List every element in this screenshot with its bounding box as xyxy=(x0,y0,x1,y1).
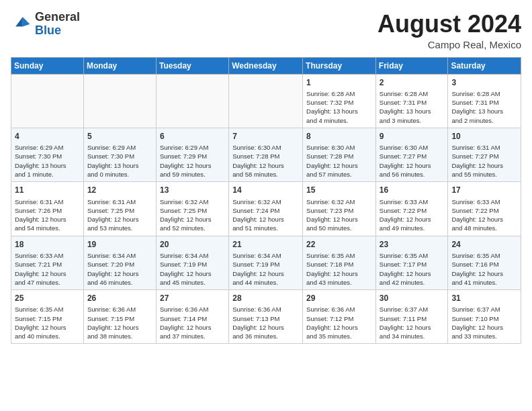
day-info: Sunrise: 6:35 AM Sunset: 7:16 PM Dayligh… xyxy=(451,251,517,287)
day-number: 24 xyxy=(451,239,517,250)
calendar-day-cell: 14Sunrise: 6:32 AM Sunset: 7:24 PM Dayli… xyxy=(229,182,303,236)
calendar-day-cell: 20Sunrise: 6:34 AM Sunset: 7:19 PM Dayli… xyxy=(156,236,228,289)
day-info: Sunrise: 6:32 AM Sunset: 7:23 PM Dayligh… xyxy=(306,197,372,233)
calendar-day-cell: 23Sunrise: 6:35 AM Sunset: 7:17 PM Dayli… xyxy=(375,236,448,289)
day-number: 14 xyxy=(232,185,299,195)
calendar-header-thursday: Thursday xyxy=(303,57,376,74)
calendar-day-cell: 27Sunrise: 6:36 AM Sunset: 7:14 PM Dayli… xyxy=(156,290,228,344)
logo-blue: Blue xyxy=(35,24,61,37)
day-info: Sunrise: 6:37 AM Sunset: 7:11 PM Dayligh… xyxy=(380,305,445,340)
day-number: 25 xyxy=(15,293,80,304)
day-info: Sunrise: 6:30 AM Sunset: 7:28 PM Dayligh… xyxy=(232,143,299,179)
calendar-day-cell: 30Sunrise: 6:37 AM Sunset: 7:11 PM Dayli… xyxy=(375,290,448,344)
calendar-week-row: 1Sunrise: 6:28 AM Sunset: 7:32 PM Daylig… xyxy=(11,74,521,128)
calendar-day-cell: 1Sunrise: 6:28 AM Sunset: 7:32 PM Daylig… xyxy=(303,74,376,128)
calendar-header-sunday: Sunday xyxy=(11,57,84,74)
calendar-day-cell: 29Sunrise: 6:36 AM Sunset: 7:12 PM Dayli… xyxy=(303,290,376,344)
day-info: Sunrise: 6:36 AM Sunset: 7:15 PM Dayligh… xyxy=(87,305,152,340)
calendar-day-cell: 18Sunrise: 6:33 AM Sunset: 7:21 PM Dayli… xyxy=(11,236,84,289)
calendar-day-cell: 26Sunrise: 6:36 AM Sunset: 7:15 PM Dayli… xyxy=(83,290,156,344)
day-info: Sunrise: 6:36 AM Sunset: 7:14 PM Dayligh… xyxy=(160,305,225,340)
calendar-day-cell: 8Sunrise: 6:30 AM Sunset: 7:28 PM Daylig… xyxy=(303,128,376,181)
svg-marker-1 xyxy=(15,17,23,26)
calendar-header-saturday: Saturday xyxy=(448,57,521,74)
day-number: 23 xyxy=(380,239,445,250)
logo-icon xyxy=(11,13,32,35)
day-number: 5 xyxy=(87,131,152,142)
calendar-day-cell: 25Sunrise: 6:35 AM Sunset: 7:15 PM Dayli… xyxy=(11,290,84,344)
calendar-day-cell: 11Sunrise: 6:31 AM Sunset: 7:26 PM Dayli… xyxy=(11,182,84,236)
calendar-week-row: 18Sunrise: 6:33 AM Sunset: 7:21 PM Dayli… xyxy=(11,236,521,289)
day-number: 22 xyxy=(306,239,372,250)
calendar-day-cell: 28Sunrise: 6:36 AM Sunset: 7:13 PM Dayli… xyxy=(229,290,303,344)
day-number: 30 xyxy=(380,293,445,304)
calendar-day-cell xyxy=(11,74,84,128)
day-info: Sunrise: 6:33 AM Sunset: 7:22 PM Dayligh… xyxy=(380,197,445,233)
day-info: Sunrise: 6:28 AM Sunset: 7:31 PM Dayligh… xyxy=(451,89,517,125)
day-info: Sunrise: 6:31 AM Sunset: 7:25 PM Dayligh… xyxy=(87,197,152,233)
day-number: 11 xyxy=(15,185,80,195)
day-number: 17 xyxy=(451,185,517,195)
logo-general: General xyxy=(35,10,80,24)
day-number: 29 xyxy=(306,293,372,304)
day-info: Sunrise: 6:37 AM Sunset: 7:10 PM Dayligh… xyxy=(451,305,517,340)
day-number: 18 xyxy=(15,239,80,250)
day-number: 8 xyxy=(306,131,372,142)
day-number: 4 xyxy=(15,131,80,142)
month-year: August 2024 xyxy=(378,11,521,38)
calendar-day-cell: 3Sunrise: 6:28 AM Sunset: 7:31 PM Daylig… xyxy=(448,74,521,128)
calendar-day-cell: 7Sunrise: 6:30 AM Sunset: 7:28 PM Daylig… xyxy=(229,128,303,181)
logo-text: General Blue xyxy=(35,11,80,38)
calendar-header-row: SundayMondayTuesdayWednesdayThursdayFrid… xyxy=(11,57,521,74)
calendar-day-cell: 19Sunrise: 6:34 AM Sunset: 7:20 PM Dayli… xyxy=(83,236,156,289)
day-number: 19 xyxy=(87,239,152,250)
calendar-day-cell: 5Sunrise: 6:29 AM Sunset: 7:30 PM Daylig… xyxy=(83,128,156,181)
day-number: 9 xyxy=(380,131,445,142)
svg-marker-0 xyxy=(23,17,30,26)
day-info: Sunrise: 6:35 AM Sunset: 7:15 PM Dayligh… xyxy=(15,305,80,340)
day-number: 16 xyxy=(380,185,445,195)
page: General Blue August 2024 Campo Real, Mex… xyxy=(0,0,532,411)
day-number: 7 xyxy=(232,131,299,142)
day-info: Sunrise: 6:36 AM Sunset: 7:13 PM Dayligh… xyxy=(232,305,299,340)
calendar-day-cell: 6Sunrise: 6:29 AM Sunset: 7:29 PM Daylig… xyxy=(156,128,228,181)
calendar-day-cell: 15Sunrise: 6:32 AM Sunset: 7:23 PM Dayli… xyxy=(303,182,376,236)
day-number: 20 xyxy=(160,239,225,250)
title-block: August 2024 Campo Real, Mexico xyxy=(378,11,521,50)
calendar-day-cell xyxy=(229,74,303,128)
day-info: Sunrise: 6:34 AM Sunset: 7:20 PM Dayligh… xyxy=(87,251,152,287)
calendar-header-wednesday: Wednesday xyxy=(229,57,303,74)
day-info: Sunrise: 6:31 AM Sunset: 7:27 PM Dayligh… xyxy=(451,143,517,179)
calendar-header-tuesday: Tuesday xyxy=(156,57,228,74)
logo: General Blue xyxy=(11,11,80,38)
day-info: Sunrise: 6:34 AM Sunset: 7:19 PM Dayligh… xyxy=(232,251,299,287)
day-number: 3 xyxy=(451,77,517,88)
location: Campo Real, Mexico xyxy=(378,39,521,50)
calendar-day-cell xyxy=(83,74,156,128)
day-info: Sunrise: 6:29 AM Sunset: 7:30 PM Dayligh… xyxy=(87,143,152,179)
calendar-day-cell: 13Sunrise: 6:32 AM Sunset: 7:25 PM Dayli… xyxy=(156,182,228,236)
day-number: 6 xyxy=(160,131,225,142)
day-number: 15 xyxy=(306,185,372,195)
day-number: 13 xyxy=(160,185,225,195)
calendar-day-cell: 31Sunrise: 6:37 AM Sunset: 7:10 PM Dayli… xyxy=(448,290,521,344)
calendar-day-cell: 16Sunrise: 6:33 AM Sunset: 7:22 PM Dayli… xyxy=(375,182,448,236)
day-info: Sunrise: 6:35 AM Sunset: 7:17 PM Dayligh… xyxy=(380,251,445,287)
day-number: 1 xyxy=(306,77,372,88)
day-number: 10 xyxy=(451,131,517,142)
calendar-day-cell: 10Sunrise: 6:31 AM Sunset: 7:27 PM Dayli… xyxy=(448,128,521,181)
calendar-day-cell: 21Sunrise: 6:34 AM Sunset: 7:19 PM Dayli… xyxy=(229,236,303,289)
calendar-day-cell: 24Sunrise: 6:35 AM Sunset: 7:16 PM Dayli… xyxy=(448,236,521,289)
calendar-day-cell: 2Sunrise: 6:28 AM Sunset: 7:31 PM Daylig… xyxy=(375,74,448,128)
day-info: Sunrise: 6:28 AM Sunset: 7:32 PM Dayligh… xyxy=(306,89,372,125)
day-number: 12 xyxy=(87,185,152,195)
calendar-day-cell: 22Sunrise: 6:35 AM Sunset: 7:18 PM Dayli… xyxy=(303,236,376,289)
day-info: Sunrise: 6:33 AM Sunset: 7:21 PM Dayligh… xyxy=(15,251,80,287)
calendar-day-cell: 17Sunrise: 6:33 AM Sunset: 7:22 PM Dayli… xyxy=(448,182,521,236)
day-info: Sunrise: 6:32 AM Sunset: 7:24 PM Dayligh… xyxy=(232,197,299,233)
day-info: Sunrise: 6:29 AM Sunset: 7:29 PM Dayligh… xyxy=(160,143,225,179)
calendar-week-row: 4Sunrise: 6:29 AM Sunset: 7:30 PM Daylig… xyxy=(11,128,521,181)
day-number: 27 xyxy=(160,293,225,304)
calendar-header-monday: Monday xyxy=(83,57,156,74)
calendar-day-cell: 4Sunrise: 6:29 AM Sunset: 7:30 PM Daylig… xyxy=(11,128,84,181)
